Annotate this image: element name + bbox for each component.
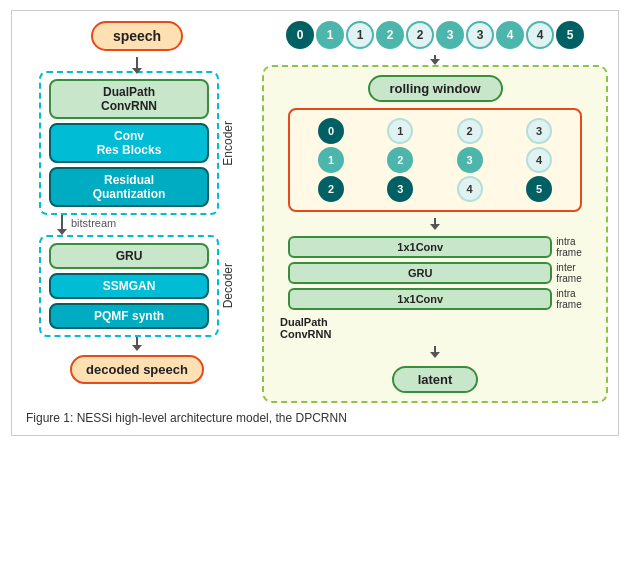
circles-grid: 0 1 2 1 2 3 2 3 4 (288, 108, 581, 212)
circle-4b: 4 (526, 21, 554, 49)
circle-2a: 2 (376, 21, 404, 49)
decoder-label: Decoder (221, 263, 235, 308)
bitstream-label: bitstream (71, 217, 116, 229)
gc-2-2: 4 (457, 176, 483, 202)
circle-1a: 1 (316, 21, 344, 49)
decoded-speech-box: decoded speech (70, 355, 204, 384)
side-labels: intraframe interframe intraframe (556, 236, 582, 310)
gc-1-1: 2 (387, 147, 413, 173)
pqmf-box: PQMF synth (49, 303, 209, 329)
circle-3a: 3 (436, 21, 464, 49)
conv-res-blocks-box: ConvRes Blocks (49, 123, 209, 163)
left-panel: speech DualPathConvRNN ConvRes Blocks Re… (22, 21, 252, 403)
gru-inner: GRU (288, 262, 552, 284)
diagram-container: speech DualPathConvRNN ConvRes Blocks Re… (11, 10, 619, 436)
gc-0-1: 1 (318, 147, 344, 173)
conv1x1-bottom: 1x1Conv (288, 288, 552, 310)
gc-1-2: 3 (387, 176, 413, 202)
circle-5: 5 (556, 21, 584, 49)
circle-1b: 1 (346, 21, 374, 49)
gc-2-1: 3 (457, 147, 483, 173)
conv1x1-top: 1x1Conv (288, 236, 552, 258)
ssmgan-box: SSMGAN (49, 273, 209, 299)
gc-0-0: 0 (318, 118, 344, 144)
decoder-box: GRU SSMGAN PQMF synth (39, 235, 219, 337)
grid-col-1: 0 1 2 (298, 118, 363, 202)
inter-frame-label: interframe (556, 262, 582, 284)
right-panel: 0 1 1 2 2 3 3 4 4 5 rolling window (262, 21, 608, 403)
circle-0: 0 (286, 21, 314, 49)
latent-box: latent (392, 366, 479, 393)
circle-2b: 2 (406, 21, 434, 49)
top-circles-row: 0 1 1 2 2 3 3 4 4 5 (286, 21, 584, 49)
circle-4a: 4 (496, 21, 524, 49)
residual-quantization-box: ResidualQuantization (49, 167, 209, 207)
encoder-box: DualPathConvRNN ConvRes Blocks ResidualQ… (39, 71, 219, 215)
grid-col-4: 3 4 5 (506, 118, 571, 202)
gc-1-0: 1 (387, 118, 413, 144)
dualpath-convrnn-label: DualPathConvRNN (280, 316, 331, 340)
encoder-label: Encoder (221, 121, 235, 166)
circle-3b: 3 (466, 21, 494, 49)
rolling-window-container: rolling window 0 1 2 1 2 3 (262, 65, 608, 403)
dualpath-convRNN-stack: 1x1Conv GRU 1x1Conv (288, 236, 552, 310)
gru-box: GRU (49, 243, 209, 269)
rolling-window-box: rolling window (368, 75, 503, 102)
gc-3-2: 5 (526, 176, 552, 202)
intra-frame-top-label: intraframe (556, 236, 582, 258)
gc-0-2: 2 (318, 176, 344, 202)
gc-3-0: 3 (526, 118, 552, 144)
grid-col-3: 2 3 4 (437, 118, 502, 202)
intra-frame-bottom-label: intraframe (556, 288, 582, 310)
gc-3-1: 4 (526, 147, 552, 173)
grid-col-2: 1 2 3 (368, 118, 433, 202)
dualpath-convrnn-box: DualPathConvRNN (49, 79, 209, 119)
speech-box: speech (91, 21, 183, 51)
main-row: speech DualPathConvRNN ConvRes Blocks Re… (22, 21, 608, 403)
gc-2-0: 2 (457, 118, 483, 144)
caption: Figure 1: NESSi high-level architecture … (22, 411, 630, 425)
